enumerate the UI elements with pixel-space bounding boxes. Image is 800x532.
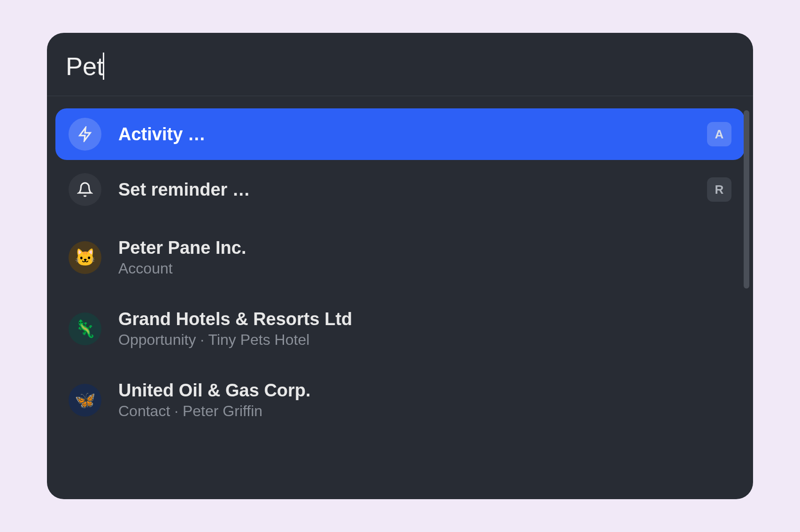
shortcut-key: R — [707, 177, 731, 202]
bell-icon — [69, 173, 101, 206]
entity-content: Peter Pane Inc. Account — [118, 238, 731, 277]
entity-item-united-oil[interactable]: 🦋 United Oil & Gas Corp. Contact · Peter… — [55, 371, 745, 429]
avatar: 🐱 — [69, 241, 101, 274]
entity-item-peter-pane[interactable]: 🐱 Peter Pane Inc. Account — [55, 228, 745, 287]
text-cursor — [103, 53, 104, 80]
entity-content: Grand Hotels & Resorts Ltd Opportunity ·… — [118, 309, 731, 349]
search-query-text: Pet — [66, 52, 104, 81]
avatar-emoji: 🦋 — [75, 390, 96, 410]
action-item-set-reminder[interactable]: Set reminder … R — [55, 164, 745, 215]
shortcut-key: A — [707, 122, 731, 146]
action-content: Activity … — [118, 124, 690, 144]
search-area: Pet — [47, 33, 753, 96]
spacer — [55, 219, 745, 228]
search-input[interactable]: Pet — [66, 52, 734, 81]
command-palette: Pet Activity … A Set reminder … R — [47, 33, 753, 499]
entity-subtitle: Contact · Peter Griffin — [118, 403, 731, 420]
entity-subtitle: Opportunity · Tiny Pets Hotel — [118, 331, 731, 349]
scrollbar[interactable] — [744, 110, 749, 354]
avatar: 🦋 — [69, 384, 101, 417]
svg-marker-0 — [80, 128, 91, 141]
entity-item-grand-hotels[interactable]: 🦎 Grand Hotels & Resorts Ltd Opportunity… — [55, 300, 745, 358]
action-label: Set reminder … — [118, 180, 690, 200]
entity-title: Peter Pane Inc. — [118, 238, 731, 258]
entity-content: United Oil & Gas Corp. Contact · Peter G… — [118, 380, 731, 420]
results-list: Activity … A Set reminder … R 🐱 Peter Pa… — [47, 96, 753, 455]
lightning-icon — [69, 118, 101, 151]
avatar-emoji: 🦎 — [75, 319, 96, 339]
action-content: Set reminder … — [118, 180, 690, 200]
action-item-activity[interactable]: Activity … A — [55, 108, 745, 160]
action-label: Activity … — [118, 124, 690, 144]
avatar: 🦎 — [69, 312, 101, 345]
entity-subtitle: Account — [118, 260, 731, 277]
entity-title: Grand Hotels & Resorts Ltd — [118, 309, 731, 329]
entity-title: United Oil & Gas Corp. — [118, 380, 731, 401]
scrollbar-thumb[interactable] — [744, 110, 749, 289]
avatar-emoji: 🐱 — [75, 248, 96, 267]
